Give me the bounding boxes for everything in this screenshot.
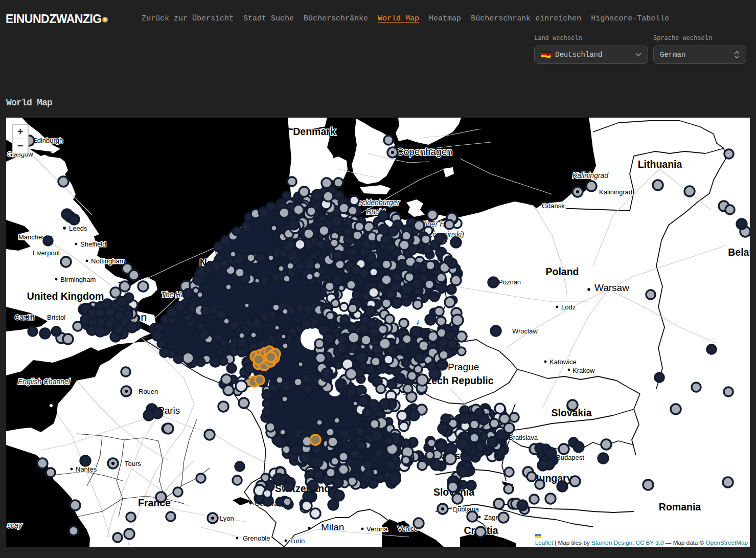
svg-text:Kaliningrad: Kaliningrad xyxy=(599,188,632,196)
svg-text:United Kingdom: United Kingdom xyxy=(27,291,104,302)
svg-text:Wroclaw: Wroclaw xyxy=(512,327,538,335)
svg-text:Katowice: Katowice xyxy=(549,358,577,366)
svg-text:Rouen: Rouen xyxy=(139,388,158,395)
svg-text:Tours: Tours xyxy=(125,460,141,467)
svg-text:Copenhagen: Copenhagen xyxy=(397,146,452,157)
svg-text:Leeds: Leeds xyxy=(69,225,87,232)
svg-text:Sheffield: Sheffield xyxy=(80,240,106,248)
svg-text:Denmark: Denmark xyxy=(293,126,336,137)
svg-text:Krakow: Krakow xyxy=(572,367,595,374)
svg-text:Turin: Turin xyxy=(290,537,305,545)
svg-text:English Channel: English Channel xyxy=(18,377,71,386)
svg-text:Birmingham: Birmingham xyxy=(60,276,96,283)
svg-text:Milan: Milan xyxy=(321,522,344,532)
svg-text:Bristol: Bristol xyxy=(47,314,65,321)
svg-text:Nottingham: Nottingham xyxy=(91,257,125,265)
svg-text:Lithuania: Lithuania xyxy=(638,159,682,170)
svg-text:Bratislava: Bratislava xyxy=(509,434,538,441)
svg-text:scay: scay xyxy=(7,521,22,529)
svg-text:Verona: Verona xyxy=(366,525,388,533)
svg-text:Edinburgh: Edinburgh xyxy=(33,137,63,144)
svg-text:Grenoble: Grenoble xyxy=(243,534,270,542)
svg-text:Belarus: Belarus xyxy=(728,247,750,258)
svg-text:Budapest: Budapest xyxy=(556,454,584,461)
svg-text:Cardiff: Cardiff xyxy=(15,314,34,321)
svg-text:Poland: Poland xyxy=(545,266,579,277)
svg-text:Lodz: Lodz xyxy=(561,303,576,311)
svg-text:Warsaw: Warsaw xyxy=(594,282,629,293)
svg-text:Gdansk: Gdansk xyxy=(542,202,565,210)
svg-text:Prague: Prague xyxy=(448,362,479,372)
svg-text:Poznan: Poznan xyxy=(498,278,521,286)
svg-text:Liverpool: Liverpool xyxy=(33,249,60,257)
svg-text:Kaliningrad: Kaliningrad xyxy=(572,171,609,180)
svg-text:Lyon: Lyon xyxy=(220,515,234,522)
svg-text:Romania: Romania xyxy=(659,501,701,512)
